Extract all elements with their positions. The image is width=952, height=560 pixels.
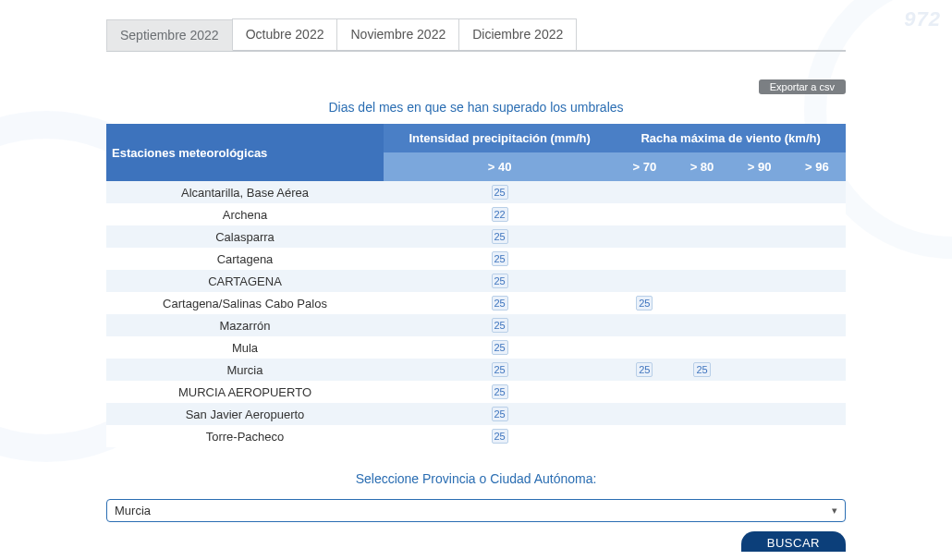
- value-cell: [788, 181, 846, 203]
- value-cell: 25: [384, 270, 616, 292]
- day-badge[interactable]: 25: [492, 340, 508, 355]
- value-cell: [673, 314, 730, 336]
- value-cell: 25: [384, 292, 616, 314]
- day-badge[interactable]: 25: [636, 296, 653, 310]
- value-cell: [616, 270, 673, 292]
- month-tabs: Septiembre 2022Octubre 2022Noviembre 202…: [106, 18, 846, 52]
- day-badge[interactable]: 25: [492, 384, 508, 399]
- value-cell: 25: [384, 403, 616, 425]
- table-row: Archena22: [106, 203, 846, 225]
- tab-month-1[interactable]: Octubre 2022: [232, 18, 338, 50]
- value-cell: [788, 270, 846, 292]
- value-cell: [788, 381, 846, 403]
- value-cell: 25: [384, 359, 616, 381]
- value-cell: [616, 181, 673, 203]
- table-row: Cartagena/Salinas Cabo Palos2525: [106, 292, 846, 314]
- tab-month-2[interactable]: Noviembre 2022: [336, 18, 459, 50]
- value-cell: [731, 314, 788, 336]
- value-cell: [731, 248, 788, 270]
- station-name-cell: Calasparra: [106, 225, 384, 248]
- value-cell: [673, 403, 730, 425]
- value-cell: [731, 225, 788, 248]
- value-cell: 25: [384, 181, 616, 203]
- col-subheader: > 40: [384, 152, 616, 181]
- station-name-cell: Mula: [106, 336, 384, 359]
- day-badge[interactable]: 25: [492, 362, 508, 377]
- table-row: Mazarrón25: [106, 314, 846, 336]
- station-name-cell: MURCIA AEROPUERTO: [106, 381, 384, 403]
- day-badge[interactable]: 25: [492, 274, 508, 288]
- value-cell: 25: [384, 336, 616, 359]
- col-header-stations: Estaciones meteorológicas: [106, 124, 384, 181]
- col-subheader: > 70: [616, 152, 673, 181]
- day-badge[interactable]: 25: [492, 407, 508, 421]
- day-badge[interactable]: 25: [492, 251, 508, 266]
- value-cell: [788, 359, 846, 381]
- value-cell: [616, 381, 673, 403]
- value-cell: [788, 203, 846, 225]
- value-cell: [673, 248, 730, 270]
- table-caption: Dias del mes en que se han superado los …: [106, 100, 846, 115]
- day-badge[interactable]: 25: [492, 185, 508, 200]
- search-button[interactable]: BUSCAR: [741, 531, 846, 552]
- station-name-cell: Torre-Pacheco: [106, 425, 384, 447]
- value-cell: [788, 225, 846, 248]
- province-select[interactable]: Murcia ▾: [106, 499, 846, 522]
- value-cell: 25: [384, 381, 616, 403]
- thresholds-table: Estaciones meteorológicas Intensidad pre…: [106, 124, 846, 447]
- day-badge[interactable]: 25: [636, 362, 653, 377]
- table-row: Cartagena25: [106, 248, 846, 270]
- value-cell: [673, 203, 730, 225]
- value-cell: 25: [673, 359, 730, 381]
- value-cell: [673, 270, 730, 292]
- value-cell: [616, 314, 673, 336]
- table-row: CARTAGENA25: [106, 270, 846, 292]
- col-subheader: > 90: [731, 152, 788, 181]
- province-select-value: Murcia: [115, 504, 151, 517]
- day-badge[interactable]: 25: [693, 362, 710, 377]
- col-subheader: > 96: [788, 152, 846, 181]
- value-cell: [616, 225, 673, 248]
- value-cell: 22: [384, 203, 616, 225]
- value-cell: [731, 270, 788, 292]
- table-row: Alcantarilla, Base Aérea25: [106, 181, 846, 203]
- table-row: Murcia252525: [106, 359, 846, 381]
- value-cell: [673, 225, 730, 248]
- value-cell: 25: [616, 359, 673, 381]
- day-badge[interactable]: 25: [492, 429, 508, 444]
- station-name-cell: CARTAGENA: [106, 270, 384, 292]
- value-cell: [731, 381, 788, 403]
- day-badge[interactable]: 25: [492, 296, 508, 310]
- value-cell: [616, 203, 673, 225]
- table-row: MURCIA AEROPUERTO25: [106, 381, 846, 403]
- tab-month-0[interactable]: Septiembre 2022: [106, 19, 233, 51]
- value-cell: 25: [384, 425, 616, 447]
- station-name-cell: Cartagena: [106, 248, 384, 270]
- day-badge[interactable]: 25: [492, 229, 508, 244]
- day-badge[interactable]: 22: [492, 207, 508, 222]
- value-cell: [788, 248, 846, 270]
- value-cell: [788, 425, 846, 447]
- value-cell: 25: [384, 248, 616, 270]
- value-cell: 25: [384, 225, 616, 248]
- day-badge[interactable]: 25: [492, 318, 508, 333]
- export-csv-button[interactable]: Exportar a csv: [759, 79, 846, 94]
- table-row: Calasparra25: [106, 225, 846, 248]
- table-row: San Javier Aeropuerto25: [106, 403, 846, 425]
- table-row: Torre-Pacheco25: [106, 425, 846, 447]
- station-name-cell: Murcia: [106, 359, 384, 381]
- province-select-label: Seleccione Provincia o Ciudad Autónoma:: [106, 471, 846, 486]
- value-cell: [788, 403, 846, 425]
- value-cell: [731, 181, 788, 203]
- value-cell: [673, 381, 730, 403]
- value-cell: [616, 248, 673, 270]
- value-cell: [616, 425, 673, 447]
- tab-month-3[interactable]: Diciembre 2022: [458, 18, 577, 50]
- station-name-cell: San Javier Aeropuerto: [106, 403, 384, 425]
- value-cell: 25: [616, 292, 673, 314]
- value-cell: [731, 336, 788, 359]
- station-name-cell: Mazarrón: [106, 314, 384, 336]
- col-header-precip: Intensidad precipitación (mm/h): [384, 124, 616, 152]
- value-cell: [673, 425, 730, 447]
- decorative-bg-number: 972: [904, 7, 941, 31]
